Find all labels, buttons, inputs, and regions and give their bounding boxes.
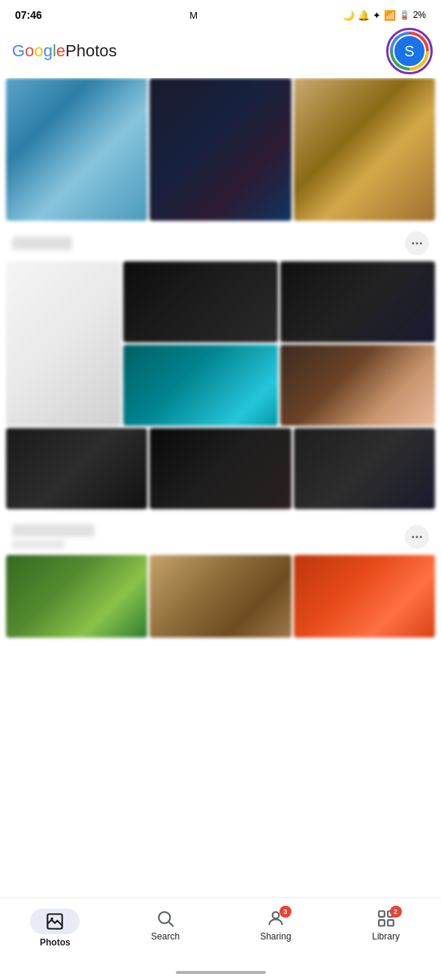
svg-point-8 bbox=[159, 912, 170, 923]
svg-point-0 bbox=[412, 243, 414, 245]
bottom-photo-grid bbox=[6, 555, 435, 638]
photo-grid-third bbox=[6, 428, 435, 509]
bell-icon: 🔔 bbox=[358, 10, 370, 21]
photo-tile[interactable] bbox=[280, 345, 435, 426]
svg-line-9 bbox=[169, 922, 174, 927]
google-g2: g bbox=[44, 41, 53, 60]
section-subtitle bbox=[12, 540, 65, 549]
bluetooth-icon: ✦ bbox=[373, 10, 381, 21]
avatar[interactable]: S bbox=[393, 35, 426, 68]
nav-photos-pill bbox=[30, 909, 80, 934]
svg-point-2 bbox=[420, 243, 422, 245]
nav-item-library[interactable]: 2 Library bbox=[331, 906, 441, 942]
nav-item-photos[interactable]: Photos bbox=[0, 906, 110, 948]
nav-photos-icon-wrap bbox=[30, 909, 80, 934]
google-g: G bbox=[12, 41, 25, 60]
sharing-badge: 3 bbox=[279, 906, 291, 918]
google-e: e bbox=[56, 41, 65, 60]
photo-tile[interactable] bbox=[6, 555, 147, 638]
photo-tile[interactable] bbox=[123, 345, 278, 426]
user-avatar-ring[interactable]: S bbox=[390, 32, 429, 71]
section-header-1 bbox=[0, 221, 441, 261]
dots-icon-2 bbox=[410, 530, 424, 544]
status-bar: 07:46 M 🌙 🔔 ✦ 📶 🪫 2% bbox=[0, 0, 441, 27]
svg-point-10 bbox=[273, 912, 279, 918]
section-more-icon[interactable] bbox=[405, 231, 429, 255]
svg-rect-13 bbox=[379, 920, 385, 926]
nav-photos-label: Photos bbox=[40, 937, 71, 948]
google-logo-text: Google bbox=[12, 41, 65, 61]
library-badge: 2 bbox=[390, 906, 402, 918]
google-o1: o bbox=[25, 41, 34, 60]
wifi-icon: 📶 bbox=[384, 10, 396, 21]
app-header: Google Photos S bbox=[0, 27, 441, 78]
status-email-icon: M bbox=[189, 10, 198, 21]
battery-percent: 2% bbox=[413, 10, 426, 20]
svg-rect-11 bbox=[379, 911, 385, 917]
nav-library-icon-wrap: 2 bbox=[376, 909, 396, 928]
nav-item-sharing[interactable]: 3 Sharing bbox=[221, 906, 331, 942]
status-time: 07:46 bbox=[15, 9, 42, 21]
photo-tile[interactable] bbox=[150, 78, 291, 221]
photo-grid-second-section bbox=[0, 261, 441, 426]
bottom-navigation: Photos Search 3 Sharing bbox=[0, 897, 441, 980]
moon-icon: 🌙 bbox=[343, 10, 355, 21]
battery-icon: 🪫 bbox=[399, 10, 410, 20]
photo-grid-top-section bbox=[0, 78, 441, 221]
photos-icon bbox=[45, 912, 65, 931]
photo-tile[interactable] bbox=[150, 428, 291, 509]
photo-tile[interactable] bbox=[6, 261, 121, 426]
nav-item-search[interactable]: Search bbox=[110, 906, 221, 942]
svg-point-5 bbox=[420, 535, 422, 538]
photo-tile[interactable] bbox=[6, 78, 147, 221]
photo-tile[interactable] bbox=[123, 261, 278, 342]
section-more-icon-2[interactable] bbox=[405, 525, 429, 549]
home-indicator bbox=[176, 971, 266, 974]
photo-grid-third-section bbox=[0, 426, 441, 509]
photo-tile[interactable] bbox=[294, 78, 435, 221]
status-icons: 🌙 🔔 ✦ 📶 🪫 2% bbox=[343, 10, 426, 21]
dots-icon bbox=[410, 237, 424, 250]
photos-title: Photos bbox=[65, 41, 117, 61]
section-title bbox=[12, 524, 95, 537]
section-title bbox=[12, 237, 72, 250]
svg-rect-14 bbox=[388, 920, 394, 926]
nav-sharing-label: Sharing bbox=[260, 931, 291, 942]
google-o2: o bbox=[34, 41, 43, 60]
main-content bbox=[0, 78, 441, 894]
svg-point-1 bbox=[416, 243, 418, 245]
photo-tile[interactable] bbox=[6, 428, 147, 509]
section-header-2 bbox=[0, 514, 441, 555]
avatar-letter: S bbox=[404, 43, 414, 60]
photo-tile[interactable] bbox=[294, 428, 435, 509]
search-icon bbox=[156, 909, 175, 928]
nav-sharing-icon-wrap: 3 bbox=[266, 909, 285, 928]
nav-library-label: Library bbox=[372, 931, 400, 942]
svg-point-7 bbox=[51, 918, 53, 920]
photo-tile[interactable] bbox=[150, 555, 291, 638]
photo-tile[interactable] bbox=[280, 261, 435, 342]
svg-point-3 bbox=[412, 535, 414, 538]
photo-grid-top bbox=[6, 78, 435, 221]
photo-tile[interactable] bbox=[294, 555, 435, 638]
photo-grid-second bbox=[6, 261, 435, 426]
section-title-group bbox=[12, 524, 95, 549]
nav-search-icon-wrap bbox=[156, 909, 175, 928]
svg-point-4 bbox=[416, 535, 418, 538]
bottom-photo-grid-section bbox=[0, 555, 441, 638]
nav-search-label: Search bbox=[151, 931, 180, 942]
app-title: Google Photos bbox=[12, 41, 117, 61]
